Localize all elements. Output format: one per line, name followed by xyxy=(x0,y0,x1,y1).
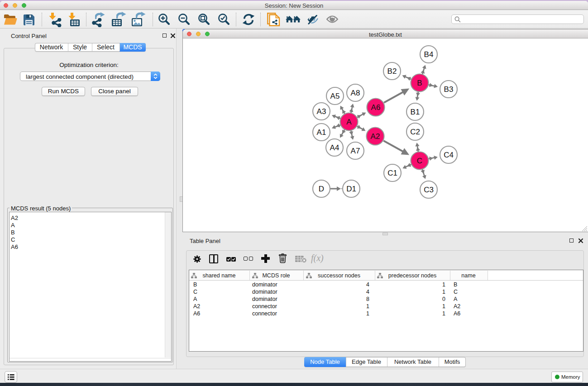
svg-text:B2: B2 xyxy=(387,67,397,76)
svg-text:B3: B3 xyxy=(444,85,454,94)
svg-text:D1: D1 xyxy=(346,185,356,193)
svg-text:A7: A7 xyxy=(351,147,360,155)
svg-text:B4: B4 xyxy=(424,50,434,59)
svg-text:C2: C2 xyxy=(410,128,420,136)
svg-text:B1: B1 xyxy=(411,108,420,116)
svg-text:A: A xyxy=(346,118,352,126)
svg-text:A1: A1 xyxy=(317,128,326,137)
svg-text:C4: C4 xyxy=(444,151,454,159)
svg-text:A2: A2 xyxy=(371,132,380,141)
svg-text:A6: A6 xyxy=(371,103,381,112)
svg-text:C: C xyxy=(417,157,422,165)
svg-text:A3: A3 xyxy=(317,107,326,116)
svg-text:C1: C1 xyxy=(387,169,397,177)
svg-text:C3: C3 xyxy=(424,186,434,194)
svg-text:D: D xyxy=(319,185,324,193)
svg-text:A8: A8 xyxy=(351,89,360,97)
svg-text:A4: A4 xyxy=(330,143,339,152)
svg-text:B: B xyxy=(417,79,422,87)
svg-text:A5: A5 xyxy=(330,92,340,100)
